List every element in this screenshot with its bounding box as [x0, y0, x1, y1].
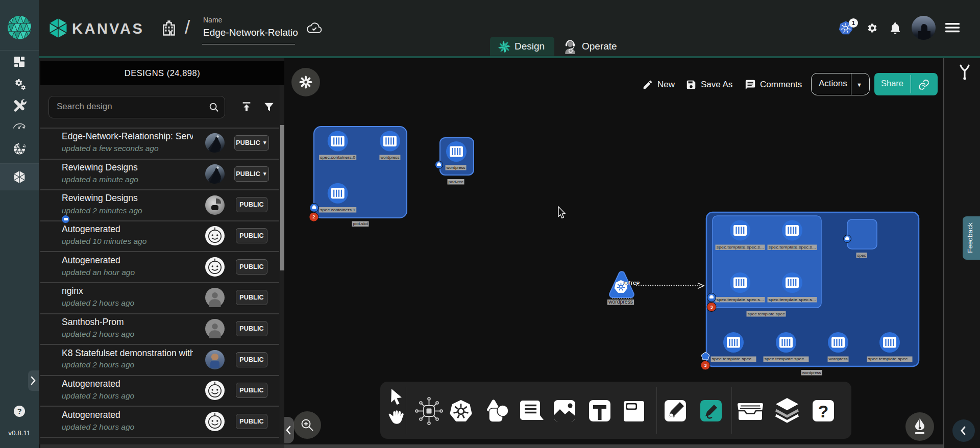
- svg-text:spec.template.spec...: spec.template.spec...: [712, 357, 755, 361]
- svg-text:spec: spec: [857, 253, 866, 258]
- svg-text:wordpress: wordpress: [801, 370, 821, 375]
- svg-text:spec.template.spec.s...: spec.template.spec.s...: [769, 245, 816, 250]
- svg-text:spec.template.spec: spec.template.spec: [748, 312, 785, 316]
- svg-text:pod-skd: pod-skd: [353, 221, 368, 226]
- svg-text:spec.template.spec...: spec.template.spec...: [868, 357, 912, 361]
- svg-text:3: 3: [710, 305, 713, 310]
- svg-text:2: 2: [312, 214, 315, 219]
- svg-text:?: ?: [818, 402, 829, 421]
- svg-text:wordpress: wordpress: [446, 165, 465, 170]
- svg-text:spec.template.spec.s...: spec.template.spec.s...: [717, 297, 764, 302]
- svg-text:spec.containers.1: spec.containers.1: [320, 208, 356, 212]
- svg-text:spec.containers.0: spec.containers.0: [320, 155, 356, 160]
- svg-text:spec.template.spec.s...: spec.template.spec.s...: [717, 245, 764, 250]
- svg-text:80/TCP: 80/TCP: [623, 280, 640, 286]
- svg-text:spec.template.spec...: spec.template.spec...: [765, 357, 808, 361]
- svg-text:3: 3: [704, 363, 706, 368]
- svg-text:wordpress: wordpress: [608, 298, 633, 305]
- svg-text:pod-rcc: pod-rcc: [449, 180, 463, 184]
- svg-text:spec.template.spec.s...: spec.template.spec.s...: [769, 297, 816, 302]
- svg-text:wordpress: wordpress: [828, 357, 847, 361]
- svg-text:wordpress: wordpress: [380, 155, 399, 160]
